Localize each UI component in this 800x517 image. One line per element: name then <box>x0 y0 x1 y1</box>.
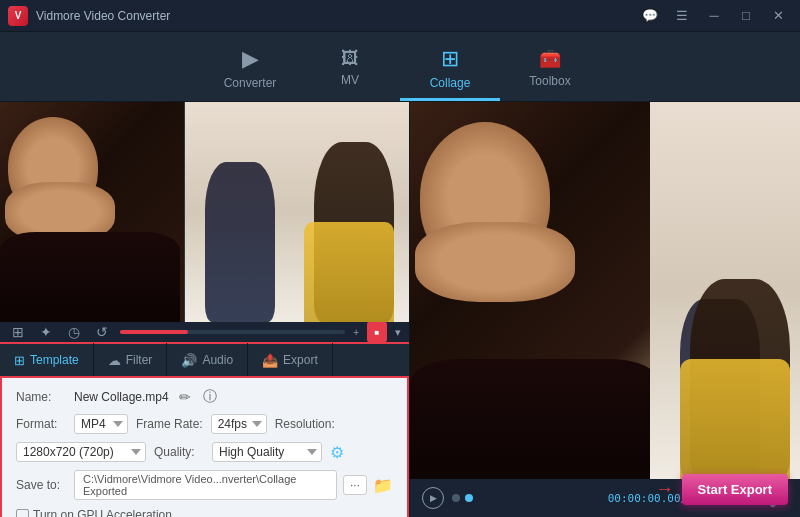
refresh-icon[interactable]: ↺ <box>92 322 112 342</box>
tab-export[interactable]: 📤 Export <box>248 343 333 377</box>
gpu-checkbox[interactable] <box>16 509 29 518</box>
menu-button[interactable]: ☰ <box>668 6 696 26</box>
name-row: Name: New Collage.mp4 ✏ ⓘ <box>16 388 393 406</box>
edit-name-button[interactable]: ✏ <box>177 389 193 405</box>
quality-select[interactable]: High QualityMedium Quality <box>212 442 322 462</box>
arrow-icon: → <box>656 479 674 500</box>
tab-toolbox[interactable]: 🧰 Toolbox <box>500 37 600 101</box>
gpu-label: Turn on GPU Acceleration <box>33 508 172 517</box>
progress-fill <box>120 330 188 334</box>
titlebar-title: Vidmore Video Converter <box>36 9 170 23</box>
saveto-row: Save to: C:\Vidmore\Vidmore Video...nver… <box>16 470 393 517</box>
mv-label: MV <box>341 73 359 87</box>
titlebar-controls: 💬 ☰ ─ □ ✕ <box>636 6 792 26</box>
file-path: C:\Vidmore\Vidmore Video...nverter\Colla… <box>74 470 393 500</box>
video-area <box>0 102 409 322</box>
nav-tabs: ▶ Converter 🖼 MV ⊞ Collage 🧰 Toolbox <box>0 32 800 102</box>
format-row: Format: MP4AVIMOV Frame Rate: 24fps30fps… <box>16 414 393 462</box>
left-panel: ⊞ ✦ ◷ ↺ + ■ ▾ ⊞ Template ☁ Filter 🔊 Audi… <box>0 102 410 517</box>
tab-filter[interactable]: ☁ Filter <box>94 343 168 377</box>
settings-gear-icon[interactable]: ⚙ <box>330 443 344 462</box>
tab-converter[interactable]: ▶ Converter <box>200 37 300 101</box>
file-path-text: C:\Vidmore\Vidmore Video...nverter\Colla… <box>74 470 337 500</box>
name-label: Name: <box>16 390 66 404</box>
template-label: Template <box>30 353 79 367</box>
tab-audio[interactable]: 🔊 Audio <box>167 343 248 377</box>
framerate-select[interactable]: 24fps30fps60fps <box>211 414 267 434</box>
close-button[interactable]: ✕ <box>764 6 792 26</box>
star-icon[interactable]: ✦ <box>36 322 56 342</box>
framerate-label: Frame Rate: <box>136 417 203 431</box>
video-slot-2 <box>185 102 409 322</box>
filter-label: Filter <box>126 353 153 367</box>
audio-icon: 🔊 <box>181 353 197 368</box>
dot-2 <box>465 494 473 502</box>
tab-collage[interactable]: ⊞ Collage <box>400 37 500 101</box>
converter-label: Converter <box>224 76 277 90</box>
saveto-label: Save to: <box>16 478 66 492</box>
preview-play-button[interactable]: ▶ <box>422 487 444 509</box>
collage-label: Collage <box>430 76 471 90</box>
export-icon: 📤 <box>262 353 278 368</box>
play-indicator: ■ <box>367 322 387 342</box>
maximize-button[interactable]: □ <box>732 6 760 26</box>
clock-icon[interactable]: ◷ <box>64 322 84 342</box>
converter-icon: ▶ <box>242 46 259 72</box>
start-export-button[interactable]: Start Export <box>682 474 788 505</box>
title-bar: V Vidmore Video Converter 💬 ☰ ─ □ ✕ <box>0 0 800 32</box>
preview-area <box>410 102 800 479</box>
dot-1 <box>452 494 460 502</box>
dot-indicator <box>452 494 473 502</box>
screen-icon[interactable]: ⊞ <box>8 322 28 342</box>
preview-controls-left: ▶ <box>422 487 473 509</box>
template-icon: ⊞ <box>14 353 25 368</box>
info-button[interactable]: ⓘ <box>201 388 219 406</box>
video-slot-1 <box>0 102 184 322</box>
toolbox-icon: 🧰 <box>539 48 561 70</box>
export-label: Export <box>283 353 318 367</box>
dropdown-arrow[interactable]: ▾ <box>395 326 401 339</box>
settings-panel: Name: New Collage.mp4 ✏ ⓘ Format: MP4AVI… <box>0 376 409 517</box>
gpu-wrap: Turn on GPU Acceleration <box>16 508 172 517</box>
browse-button[interactable]: ··· <box>343 475 367 495</box>
progress-bar[interactable] <box>120 330 345 334</box>
quality-label: Quality: <box>154 445 204 459</box>
minimize-button[interactable]: ─ <box>700 6 728 26</box>
panel-tabs: ⊞ Template ☁ Filter 🔊 Audio 📤 Export <box>0 342 409 376</box>
app-logo: V <box>8 6 28 26</box>
resolution-select[interactable]: 1280x720 (720p)1920x1080 (1080p) <box>16 442 146 462</box>
filter-icon: ☁ <box>108 353 121 368</box>
mv-icon: 🖼 <box>341 48 359 69</box>
tab-mv[interactable]: 🖼 MV <box>300 37 400 101</box>
main-content: ⊞ ✦ ◷ ↺ + ■ ▾ ⊞ Template ☁ Filter 🔊 Audi… <box>0 102 800 517</box>
tab-template[interactable]: ⊞ Template <box>0 343 94 377</box>
format-label: Format: <box>16 417 66 431</box>
toolbox-label: Toolbox <box>529 74 570 88</box>
name-value: New Collage.mp4 <box>74 390 169 404</box>
collage-icon: ⊞ <box>441 46 459 72</box>
volume-icon[interactable]: + <box>353 327 359 338</box>
format-select[interactable]: MP4AVIMOV <box>74 414 128 434</box>
right-panel: ▶ 00:00:00.00/00:00:05.00 🔊 <box>410 102 800 517</box>
control-bar-left: ⊞ ✦ ◷ ↺ + ■ ▾ <box>0 322 409 342</box>
titlebar-left: V Vidmore Video Converter <box>8 6 170 26</box>
start-export-wrap: → Start Export <box>656 474 788 505</box>
folder-button[interactable]: 📁 <box>373 476 393 495</box>
chat-button[interactable]: 💬 <box>636 6 664 26</box>
resolution-label: Resolution: <box>275 417 335 431</box>
audio-label: Audio <box>202 353 233 367</box>
